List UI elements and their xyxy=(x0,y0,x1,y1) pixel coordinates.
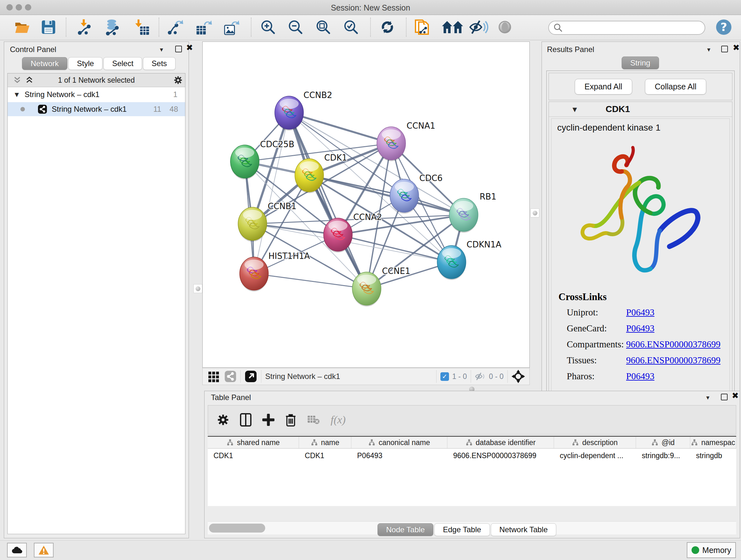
save-session-icon[interactable] xyxy=(40,19,57,36)
delete-column-trash-icon[interactable] xyxy=(285,413,296,427)
node-RB1[interactable]: RB1 xyxy=(449,192,496,233)
memory-button[interactable]: Memory xyxy=(687,542,736,558)
node-HIST1H1A[interactable]: HIST1H1A xyxy=(240,251,310,292)
edge-CCNB2-CCNA1[interactable] xyxy=(289,113,391,143)
node-label-CCNA2: CCNA2 xyxy=(353,212,382,222)
column-header-database-identifier[interactable]: database identifier xyxy=(448,437,554,448)
help-icon[interactable]: ? xyxy=(716,19,732,36)
zoom-in-icon[interactable] xyxy=(260,19,276,36)
crosslink-value-link[interactable]: 9606.ENSP00000378699 xyxy=(626,339,721,350)
table-options-gear-icon[interactable] xyxy=(217,414,229,426)
column-type-icon xyxy=(691,439,698,446)
results-panel-close-icon[interactable]: ✖ xyxy=(733,44,740,51)
table-row[interactable]: CDK1CDK1P064939606.ENSP00000378699cyclin… xyxy=(208,449,736,462)
string-import-icon[interactable] xyxy=(414,19,431,36)
network-options-gear-icon[interactable] xyxy=(174,76,183,84)
scrollbar-thumb[interactable] xyxy=(209,523,265,533)
export-network-icon[interactable] xyxy=(167,19,184,36)
gene-symbol: CDK1 xyxy=(606,104,630,114)
table-panel-float-icon[interactable] xyxy=(721,394,728,400)
crosslink-value-link[interactable]: P06493 xyxy=(626,323,655,334)
apply-layout-icon[interactable] xyxy=(379,19,396,36)
expand-all-button[interactable]: Expand All xyxy=(575,79,632,95)
column-header-shared-name[interactable]: shared name xyxy=(208,437,299,448)
tab-network-table[interactable]: Network Table xyxy=(491,523,556,536)
node-CCNB2[interactable]: CCNB2 xyxy=(275,90,332,131)
import-network-database-icon[interactable] xyxy=(104,19,121,36)
network-row[interactable]: String Network – cdk1 11 48 xyxy=(8,102,185,116)
tab-select[interactable]: Select xyxy=(104,57,142,70)
cloud-status-button[interactable] xyxy=(7,543,27,557)
fit-content-crosshair-icon[interactable] xyxy=(512,370,525,383)
string-home-icon[interactable] xyxy=(441,19,464,36)
gene-expander-icon[interactable]: ▼ xyxy=(572,106,577,113)
crosslink-value-link[interactable]: P06493 xyxy=(626,371,655,381)
crosslink-value-link[interactable]: 9606.ENSP00000378699 xyxy=(626,355,721,366)
right-splitter-handle[interactable] xyxy=(530,208,539,217)
control-panel-close-icon[interactable]: ✖ xyxy=(186,44,193,51)
network-collection-row[interactable]: ▼ String Network – cdk1 1 xyxy=(8,87,185,102)
edge-CCNB2-CCNE1[interactable] xyxy=(289,113,367,289)
search-field[interactable] xyxy=(548,21,705,35)
table-cell: CDK1 xyxy=(208,449,299,462)
tab-string[interactable]: String xyxy=(622,57,659,69)
tab-edge-table[interactable]: Edge Table xyxy=(434,523,490,536)
node-CDKN1A[interactable]: CDKN1A xyxy=(437,240,501,280)
node-CCNE1[interactable]: CCNE1 xyxy=(352,266,410,307)
export-image-icon[interactable] xyxy=(223,19,240,36)
column-type-icon xyxy=(368,439,375,446)
netbar-separator xyxy=(471,370,471,383)
collection-expander-icon[interactable]: ▼ xyxy=(15,91,19,98)
node-label-CCNB2: CCNB2 xyxy=(304,90,332,100)
hidden-eye-icon[interactable] xyxy=(475,372,486,381)
column-header-canonical-name[interactable]: canonical name xyxy=(351,437,448,448)
column-header-@id[interactable]: @id xyxy=(636,437,690,448)
node-label-RB1: RB1 xyxy=(480,192,496,201)
control-panel-float-icon[interactable] xyxy=(175,46,182,52)
netbar-separator xyxy=(436,370,436,383)
crosslink-label: Tissues: xyxy=(567,355,626,366)
zoom-fit-icon[interactable] xyxy=(315,19,332,36)
export-table-icon[interactable] xyxy=(195,19,212,36)
network-view-canvas[interactable]: CCNB2CCNA1CDC25BCDK1CDC6RB1CCNB1CCNA2CDK… xyxy=(202,42,530,368)
string-network-graph[interactable]: CCNB2CCNA1CDC25BCDK1CDC6RB1CCNB1CCNA2CDK… xyxy=(203,42,529,368)
control-panel-menu-caret-icon[interactable]: ▾ xyxy=(160,46,163,53)
left-splitter-handle[interactable] xyxy=(193,284,202,293)
import-table-file-icon[interactable] xyxy=(133,19,150,36)
zoom-out-icon[interactable] xyxy=(287,19,304,36)
tab-sets[interactable]: Sets xyxy=(143,57,176,70)
table-panel-menu-caret-icon[interactable]: ▾ xyxy=(706,394,710,401)
tab-network[interactable]: Network xyxy=(22,57,67,70)
node-CCNB1[interactable]: CCNB1 xyxy=(238,201,296,242)
birdseye-toggle-icon[interactable] xyxy=(245,370,257,383)
results-panel-menu-caret-icon[interactable]: ▾ xyxy=(707,46,711,53)
zoom-selected-icon[interactable] xyxy=(343,19,359,36)
table-cell: CDK1 xyxy=(299,449,351,462)
table-panel-close-icon[interactable]: ✖ xyxy=(732,392,739,399)
selected-checkbox-icon[interactable]: ✓ xyxy=(441,372,449,381)
crosslink-value-link[interactable]: P06493 xyxy=(626,307,655,318)
node-CCNA1[interactable]: CCNA1 xyxy=(377,121,435,161)
show-all-icon[interactable] xyxy=(496,19,513,36)
collection-count: 1 xyxy=(173,90,178,99)
results-panel-float-icon[interactable] xyxy=(721,46,728,52)
collection-label: String Network – cdk1 xyxy=(24,90,99,99)
tab-style[interactable]: Style xyxy=(68,57,103,70)
column-header-name[interactable]: name xyxy=(299,437,351,448)
tab-node-table[interactable]: Node Table xyxy=(378,523,433,536)
warnings-button[interactable] xyxy=(34,543,54,557)
show-columns-icon[interactable] xyxy=(240,413,252,427)
gene-section-header[interactable]: ▼ CDK1 xyxy=(549,102,732,117)
column-header-namespac[interactable]: namespac xyxy=(690,437,736,448)
import-network-file-icon[interactable] xyxy=(77,19,93,36)
column-header-description[interactable]: description xyxy=(554,437,636,448)
grid-mode-icon[interactable] xyxy=(208,370,220,382)
edge-HIST1H1A-CCNE1[interactable] xyxy=(254,273,367,289)
create-column-plus-icon[interactable] xyxy=(262,414,274,426)
collapse-all-button[interactable]: Collapse All xyxy=(645,79,706,95)
hide-selected-icon[interactable] xyxy=(468,19,489,36)
network-mode-icon[interactable] xyxy=(224,370,237,382)
open-session-icon[interactable] xyxy=(14,19,30,36)
search-input[interactable] xyxy=(563,23,698,32)
edge-CCNB2-HIST1H1A[interactable] xyxy=(254,113,289,273)
